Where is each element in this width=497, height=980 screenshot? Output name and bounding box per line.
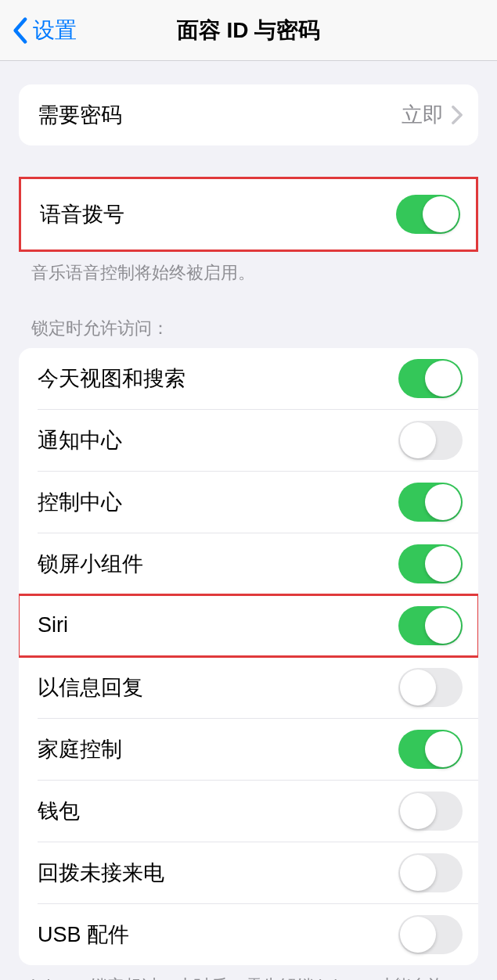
lock-access-toggle[interactable]	[398, 668, 463, 707]
lock-access-row: USB 配件	[19, 904, 478, 965]
lock-access-toggle[interactable]	[398, 792, 463, 831]
lock-access-row: 今天视图和搜索	[19, 348, 478, 409]
lock-access-row: 钱包	[19, 781, 478, 842]
chevron-right-icon	[452, 106, 463, 124]
lock-access-row: 以信息回复	[19, 657, 478, 718]
lock-access-toggle[interactable]	[398, 421, 463, 460]
voice-dial-row: 语音拨号	[21, 179, 476, 249]
lock-access-footer: iPhone 锁定超过一小时后，需先解锁 iPhone 才能允许USB 配件连接…	[0, 965, 497, 980]
lock-access-row: 锁屏小组件	[19, 533, 478, 594]
voice-dial-group: 语音拨号	[19, 177, 478, 252]
voice-dial-label: 语音拨号	[40, 200, 124, 228]
lock-access-item-label: USB 配件	[19, 921, 129, 949]
lock-access-item-label: Siri	[19, 613, 68, 637]
lock-access-toggle[interactable]	[398, 483, 463, 522]
navigation-bar: 设置 面容 ID 与密码	[0, 0, 497, 61]
lock-access-header: 锁定时允许访问：	[0, 285, 497, 348]
voice-dial-footer: 音乐语音控制将始终被启用。	[0, 252, 497, 285]
lock-access-group: 今天视图和搜索通知中心控制中心锁屏小组件Siri以信息回复家庭控制钱包回拨未接来…	[19, 348, 478, 965]
lock-access-row: 回拨未接来电	[19, 842, 478, 903]
lock-access-row: 通知中心	[19, 410, 478, 471]
lock-access-item-label: 以信息回复	[19, 673, 143, 702]
chevron-left-icon	[11, 16, 28, 45]
lock-access-toggle[interactable]	[398, 544, 463, 583]
lock-access-item-label: 通知中心	[19, 426, 122, 454]
lock-access-toggle[interactable]	[398, 359, 463, 398]
lock-access-item-label: 家庭控制	[19, 735, 122, 763]
lock-access-row: 控制中心	[19, 472, 478, 533]
require-passcode-value: 立即	[402, 101, 444, 129]
lock-access-item-label: 锁屏小组件	[19, 550, 143, 578]
require-passcode-group: 需要密码 立即	[19, 84, 478, 145]
lock-access-toggle[interactable]	[398, 853, 463, 892]
lock-access-item-label: 回拨未接来电	[19, 859, 164, 887]
lock-access-row: 家庭控制	[19, 719, 478, 780]
lock-access-item-label: 钱包	[19, 797, 80, 825]
voice-dial-toggle[interactable]	[396, 195, 460, 234]
lock-access-row: Siri	[19, 595, 478, 656]
back-label: 设置	[33, 16, 77, 45]
lock-access-toggle[interactable]	[398, 730, 463, 769]
back-button[interactable]: 设置	[11, 16, 77, 45]
lock-access-toggle[interactable]	[398, 606, 463, 645]
require-passcode-row[interactable]: 需要密码 立即	[19, 84, 478, 145]
require-passcode-label: 需要密码	[38, 101, 122, 129]
lock-access-item-label: 控制中心	[19, 488, 122, 516]
lock-access-toggle[interactable]	[398, 915, 463, 954]
lock-access-item-label: 今天视图和搜索	[19, 364, 185, 393]
